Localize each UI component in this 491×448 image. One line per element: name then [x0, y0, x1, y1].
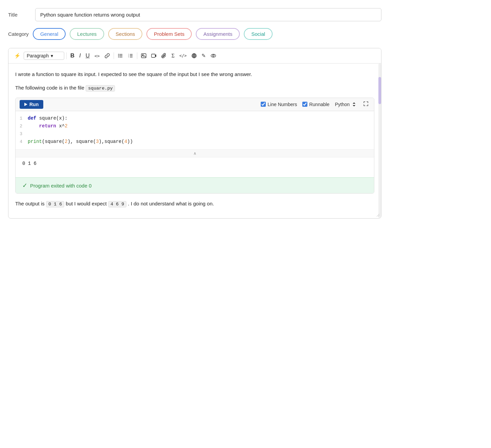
svg-rect-6	[130, 54, 133, 55]
code-line-4: 4 print(square(2), square(3),square(4))	[16, 138, 374, 146]
bold-button[interactable]: B	[69, 51, 76, 60]
svg-line-22	[378, 215, 379, 217]
svg-point-4	[118, 55, 119, 56]
para2-prefix: The following code is in the file	[15, 85, 84, 91]
svg-point-5	[118, 57, 119, 57]
code-line-1: 1 def square(x):	[16, 115, 374, 123]
exit-banner: ✓ Program exited with code 0	[16, 177, 374, 193]
line-num-1: 1	[16, 115, 28, 122]
run-button-label: Run	[29, 102, 39, 107]
svg-point-20	[212, 55, 214, 57]
line-numbers-checkbox[interactable]	[261, 102, 266, 107]
editor-toolbar: ⚡ Paragraph ▾ B I U <>	[8, 48, 381, 64]
resize-handle[interactable]	[376, 213, 380, 218]
editor-body[interactable]: I wrote a function to square its input. …	[8, 64, 381, 218]
bottom-paragraph: The output is 0 1 6 but I would expect 4…	[15, 194, 374, 211]
attachment-button[interactable]	[160, 52, 168, 60]
line-num-2: 2	[16, 123, 28, 130]
line-numbers-option[interactable]: Line Numbers	[261, 102, 297, 107]
toolbar-divider-1	[66, 52, 67, 59]
edit-button[interactable]: ✎	[200, 51, 208, 60]
bottom-para-prefix: The output is	[15, 201, 45, 206]
inline-code-button[interactable]: <>	[93, 52, 101, 60]
image-button[interactable]	[139, 52, 148, 60]
bottom-para-mid: but I would expect	[66, 201, 107, 206]
svg-rect-0	[119, 54, 122, 55]
paragraph-dropdown[interactable]: Paragraph ▾	[24, 52, 64, 60]
svg-rect-7	[130, 55, 133, 56]
bottom-para-suffix: . I do not understand what is going on.	[128, 201, 214, 206]
preview-button[interactable]	[209, 52, 218, 60]
runnable-option[interactable]: Runnable	[302, 102, 329, 107]
toolbar-divider-3	[137, 52, 137, 59]
underline-button[interactable]: U	[84, 51, 91, 60]
globe-button[interactable]	[190, 52, 198, 60]
run-button[interactable]: Run	[20, 100, 43, 109]
runnable-label: Runnable	[309, 102, 329, 107]
svg-point-3	[118, 54, 119, 55]
code-toolbar: Run Line Numbers Runnable Python	[16, 98, 374, 111]
paragraph-dropdown-arrow: ▾	[51, 53, 53, 58]
svg-rect-8	[130, 57, 133, 57]
pill-assignments[interactable]: Assignments	[196, 28, 240, 40]
runnable-checkbox[interactable]	[302, 102, 307, 107]
category-row: Category General Lectures Sections Probl…	[8, 28, 381, 40]
ordered-list-button[interactable]: 1 2 3	[126, 52, 135, 60]
code-block-wrapper: Run Line Numbers Runnable Python	[15, 98, 374, 194]
unordered-list-button[interactable]	[116, 52, 125, 60]
paragraph-dropdown-label: Paragraph	[27, 53, 49, 58]
svg-line-21	[377, 214, 379, 217]
line-numbers-label: Line Numbers	[267, 102, 297, 107]
expand-button[interactable]	[362, 100, 370, 108]
paragraph-1: I wrote a function to square its input. …	[15, 70, 374, 78]
line-content-1: def square(x):	[28, 115, 68, 123]
svg-rect-14	[151, 54, 155, 57]
pill-problemsets[interactable]: Problem Sets	[146, 28, 192, 40]
bottom-code-2: 4 6 9	[108, 201, 127, 207]
title-label: Title	[8, 12, 28, 18]
line-num-4: 4	[16, 138, 28, 146]
code-area: 1 def square(x): 2 return x^2 3 4	[16, 111, 374, 149]
title-row: Title	[8, 8, 381, 21]
code-line-2: 2 return x^2	[16, 122, 374, 130]
svg-rect-2	[119, 57, 122, 57]
lightning-icon[interactable]: ⚡	[13, 51, 22, 60]
pill-social[interactable]: Social	[244, 28, 273, 40]
editor-scrollbar-thumb	[378, 77, 381, 104]
language-label: Python	[335, 102, 350, 107]
exit-message: Program exited with code 0	[30, 183, 92, 189]
title-input[interactable]	[35, 8, 381, 21]
sigma-button[interactable]: Σ	[170, 51, 176, 60]
editor-container: ⚡ Paragraph ▾ B I U <>	[8, 48, 381, 219]
run-triangle-icon	[24, 103, 27, 106]
output-area: 0 1 6	[16, 157, 374, 177]
output-text: 0 1 6	[22, 161, 37, 166]
bottom-code-1: 0 1 6	[46, 201, 65, 207]
line-content-2: return x^2	[28, 122, 68, 130]
paragraph-2: The following code is in the file square…	[15, 84, 374, 92]
editor-scrollbar[interactable]	[378, 64, 381, 218]
pill-lectures[interactable]: Lectures	[70, 28, 104, 40]
italic-button[interactable]: I	[77, 51, 83, 60]
pill-general[interactable]: General	[33, 28, 66, 40]
svg-text:3: 3	[128, 56, 129, 58]
svg-rect-1	[119, 55, 122, 56]
filename-code: square.py	[86, 85, 115, 92]
output-caret-icon: ∧	[193, 151, 196, 156]
toolbar-divider-2	[114, 52, 114, 59]
language-select[interactable]: Python	[335, 102, 356, 107]
line-content-4: print(square(2), square(3),square(4))	[28, 138, 133, 146]
video-button[interactable]	[149, 52, 158, 60]
code-line-3: 3	[16, 130, 374, 138]
pill-sections[interactable]: Sections	[108, 28, 143, 40]
category-label: Category	[8, 31, 29, 37]
output-separator: ∧	[16, 149, 374, 157]
checkmark-icon: ✓	[22, 182, 27, 189]
link-button[interactable]	[103, 52, 112, 60]
line-num-3: 3	[16, 130, 28, 138]
code-block-button[interactable]: </>	[178, 52, 188, 59]
